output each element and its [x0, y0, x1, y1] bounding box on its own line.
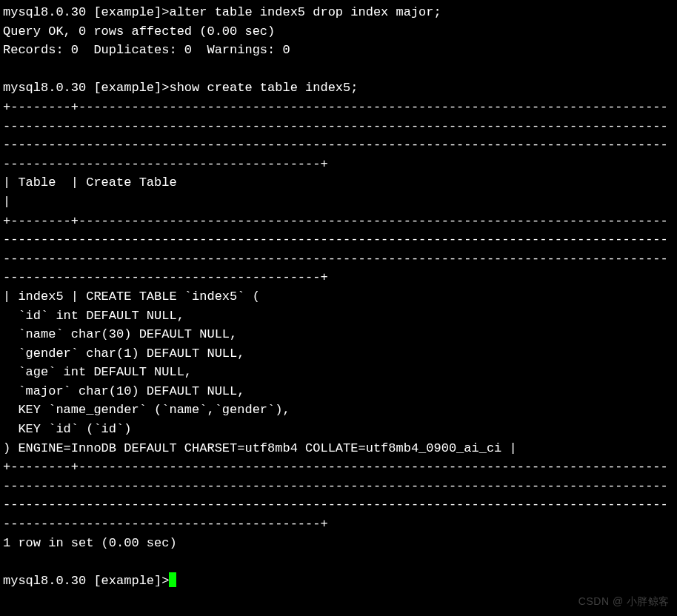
- prompt: mysql8.0.30 [example]>: [3, 574, 169, 588]
- sql-command: show create table index5;: [169, 81, 358, 95]
- table-separator: +--------+------------------------------…: [3, 214, 668, 285]
- query-result-line: Records: 0 Duplicates: 0 Warnings: 0: [3, 43, 290, 57]
- sql-command: alter table index5 drop index major;: [169, 5, 441, 19]
- watermark: CSDN @ 小胖鲸客: [578, 595, 670, 609]
- table-header-row: | Table | Create Table: [3, 175, 677, 209]
- prompt: mysql8.0.30 [example]>: [3, 5, 169, 19]
- cursor: [169, 572, 176, 587]
- table-data-row: | index5 | CREATE TABLE `index5` ( `id` …: [3, 289, 517, 455]
- table-separator: +--------+------------------------------…: [3, 460, 668, 531]
- table-separator: +--------+------------------------------…: [3, 100, 668, 171]
- query-result-line: Query OK, 0 rows affected (0.00 sec): [3, 24, 275, 38]
- terminal-output[interactable]: mysql8.0.30 [example]>alter table index5…: [0, 0, 677, 593]
- prompt: mysql8.0.30 [example]>: [3, 81, 169, 95]
- result-footer: 1 row in set (0.00 sec): [3, 536, 177, 550]
